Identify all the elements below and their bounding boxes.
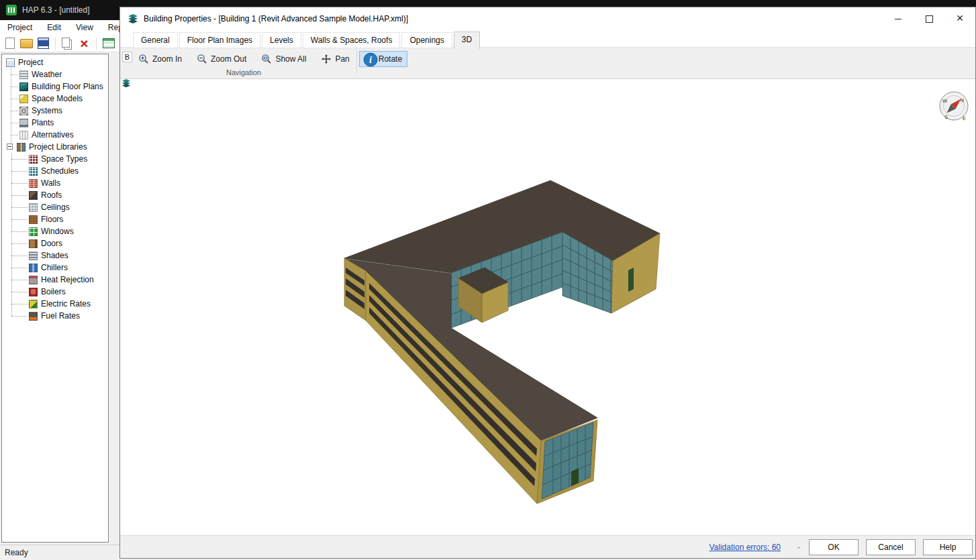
tree-item-label: Windows: [41, 227, 74, 236]
tree-item-doors[interactable]: Doors: [2, 237, 108, 249]
tree-item-label: Fuel Rates: [41, 311, 80, 321]
app-icon: [6, 5, 17, 15]
space-models-icon: [19, 95, 28, 103]
dialog-titlebar[interactable]: Building Properties - [Building 1 (Revit…: [120, 7, 975, 30]
zoom-out-button[interactable]: Zoom Out: [191, 51, 252, 67]
minimize-icon: [895, 19, 901, 19]
tree-item-project-libraries[interactable]: Project Libraries: [2, 141, 108, 153]
menu-project[interactable]: Project: [0, 21, 40, 34]
tree-item-label: Ceilings: [41, 203, 70, 212]
open-project-icon[interactable]: [19, 36, 34, 51]
tree-item-alternatives[interactable]: Alternatives: [2, 129, 108, 141]
walls-icon: [29, 179, 38, 188]
delete-icon[interactable]: [77, 36, 92, 51]
tab-3d[interactable]: 3D: [454, 32, 480, 49]
tab-floor-plan-images[interactable]: Floor Plan Images: [179, 32, 260, 48]
tree-item-windows[interactable]: Windows: [2, 225, 108, 237]
maximize-button[interactable]: [914, 7, 944, 30]
menu-edit[interactable]: Edit: [40, 21, 68, 34]
collapse-expander-icon[interactable]: [7, 144, 13, 150]
tab-walls-spaces-roofs[interactable]: Walls & Spaces, Roofs: [303, 32, 401, 48]
doors-icon: [29, 239, 38, 248]
tree-item-label: Electric Rates: [41, 299, 91, 309]
copy-icon[interactable]: [60, 36, 75, 51]
help-button[interactable]: Help: [923, 539, 973, 555]
tree-item-roofs[interactable]: Roofs: [2, 189, 108, 201]
pan-button[interactable]: Pan: [315, 51, 354, 67]
ok-button[interactable]: OK: [809, 539, 859, 555]
pan-icon: [321, 54, 332, 64]
info-icon: i: [363, 52, 378, 67]
plants-icon: [19, 119, 28, 127]
compass[interactable]: W N S E: [940, 92, 968, 121]
tree-item-fuel-rates[interactable]: Fuel Rates: [2, 310, 108, 322]
3d-viewport[interactable]: W N S E: [120, 79, 975, 537]
save-icon[interactable]: [36, 36, 51, 51]
menu-view[interactable]: View: [68, 21, 101, 34]
tree-item-floors[interactable]: Floors: [2, 213, 108, 225]
weather-icon: [19, 70, 28, 79]
tree-item-label: Roofs: [41, 190, 62, 200]
rotate-label: Rotate: [379, 54, 402, 64]
tree-item-space-types[interactable]: Space Types: [2, 153, 108, 165]
shades-icon: [29, 251, 38, 260]
close-button[interactable]: ×: [944, 7, 975, 30]
tree-item-label: Building Floor Plans: [32, 82, 103, 91]
buildings-side-button[interactable]: B: [122, 52, 132, 62]
tree-item-label: Heat Rejection: [41, 275, 94, 284]
validation-errors-link[interactable]: Validation errors: 60: [710, 543, 781, 552]
show-all-label: Show All: [275, 54, 306, 64]
compass-south-label: S: [944, 114, 948, 120]
tree-item-label: Alternatives: [32, 130, 74, 139]
space-types-icon: [29, 155, 38, 164]
navigation-ribbon: Zoom In Zoom Out Show All: [120, 47, 975, 79]
tree-item-label: Schedules: [41, 166, 79, 176]
tree-item-heat-rejection[interactable]: Heat Rejection: [2, 274, 108, 286]
tree-item-walls[interactable]: Walls: [2, 177, 108, 189]
heat-rejection-icon: [29, 276, 38, 284]
tree-item-plants[interactable]: Plants: [2, 117, 108, 129]
ribbon-separator: [356, 50, 357, 74]
zoom-in-button[interactable]: Zoom In: [133, 51, 187, 67]
project-tree-panel: Project Weather Building Floor Plans Spa…: [1, 54, 109, 543]
tree-item-ceilings[interactable]: Ceilings: [2, 201, 108, 213]
tree-item-building-floor-plans[interactable]: Building Floor Plans: [2, 80, 108, 93]
tree-item-label: Doors: [41, 239, 62, 248]
tree-item-space-models[interactable]: Space Models: [2, 93, 108, 105]
compass-west-label: W: [942, 98, 948, 104]
new-document-icon[interactable]: [2, 36, 17, 51]
minimize-button[interactable]: [883, 7, 914, 30]
show-all-button[interactable]: Show All: [256, 51, 311, 67]
svg-text:i: i: [369, 55, 372, 65]
tree-item-label: Project Libraries: [29, 142, 87, 152]
tree-item-project[interactable]: Project: [2, 56, 108, 68]
tree-item-label: Walls: [41, 178, 60, 188]
project-icon: [6, 58, 15, 67]
tab-levels[interactable]: Levels: [262, 32, 301, 48]
cancel-button[interactable]: Cancel: [866, 539, 916, 555]
tree-item-chillers[interactable]: Chillers: [2, 262, 108, 274]
tree-item-schedules[interactable]: Schedules: [2, 165, 108, 177]
zoom-in-label: Zoom In: [152, 54, 182, 64]
boilers-icon: [29, 288, 38, 296]
tree-item-systems[interactable]: Systems: [2, 105, 108, 117]
tree-item-boilers[interactable]: Boilers: [2, 286, 108, 298]
tree-item-label: Project: [18, 58, 43, 67]
close-icon: ×: [957, 12, 964, 24]
tab-openings[interactable]: Openings: [401, 32, 452, 48]
tree-item-label: Boilers: [41, 287, 66, 296]
tab-general[interactable]: General: [133, 32, 178, 48]
building-properties-dialog: Building Properties - [Building 1 (Revit…: [119, 7, 976, 559]
building-floor-plans-icon: [19, 82, 28, 91]
tree-item-electric-rates[interactable]: Electric Rates: [2, 298, 108, 310]
tree-item-weather[interactable]: Weather: [2, 68, 108, 80]
building-item-icon: [121, 78, 131, 91]
project-libraries-icon: [17, 143, 26, 152]
show-all-icon: [261, 54, 272, 64]
tree-item-label: Shades: [41, 251, 68, 260]
info-button[interactable]: i: [363, 52, 378, 67]
toolbar-separator: [96, 38, 97, 50]
tree-item-shades[interactable]: Shades: [2, 249, 108, 262]
reports-icon[interactable]: [101, 36, 116, 51]
window-controls: ×: [883, 7, 975, 30]
